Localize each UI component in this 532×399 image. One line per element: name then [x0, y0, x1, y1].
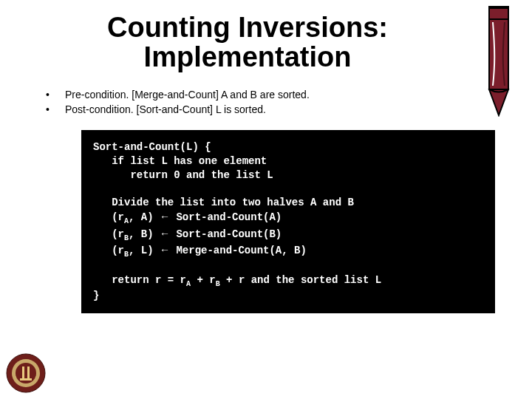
- code-frag: (r: [93, 211, 124, 223]
- code-line: Divide the list into two halves A and B: [93, 197, 354, 208]
- code-frag: Merge-and-Count(A, B): [170, 245, 307, 256]
- code-frag: (r: [93, 245, 124, 256]
- bullet-prefix: Pre-condition.: [65, 89, 132, 100]
- bullet-bracket: [Sort-and-Count]: [137, 103, 214, 115]
- code-line: Sort-and-Count(L) {: [93, 141, 211, 153]
- svg-rect-7: [22, 366, 24, 380]
- slide-title: Counting Inversions: Implementation: [66, 13, 429, 72]
- code-frag: , B): [129, 228, 160, 240]
- bullet-suffix: A and B are sorted.: [219, 89, 310, 100]
- bullet-dot: •: [44, 89, 65, 100]
- code-frag: Sort-and-Count(B): [170, 228, 282, 240]
- slide: Counting Inversions: Implementation • Pr…: [0, 0, 532, 399]
- code-block: Sort-and-Count(L) { if list L has one el…: [81, 130, 495, 313]
- svg-marker-2: [489, 89, 508, 115]
- left-arrow-icon: ←: [160, 211, 170, 222]
- code-frag: + r and the sorted list L: [220, 274, 381, 286]
- bullet-item: • Post-condition. [Sort-and-Count] L is …: [44, 103, 510, 115]
- university-seal-icon: [6, 353, 46, 393]
- svg-rect-1: [489, 19, 508, 89]
- code-frag: , A): [129, 211, 160, 223]
- bullet-item: • Pre-condition. [Merge-and-Count] A and…: [44, 89, 510, 100]
- bullet-prefix: Post-condition.: [65, 103, 137, 115]
- title-line-1: Counting Inversions:: [107, 12, 388, 43]
- code-line: if list L has one element: [93, 155, 267, 167]
- svg-rect-9: [20, 378, 32, 381]
- code-frag: Sort-and-Count(A): [170, 211, 282, 223]
- left-arrow-icon: ←: [160, 228, 170, 239]
- bullet-text: Post-condition. [Sort-and-Count] L is so…: [65, 103, 510, 115]
- code-frag: + r: [191, 274, 216, 286]
- bullet-list: • Pre-condition. [Merge-and-Count] A and…: [44, 89, 510, 115]
- bullet-dot: •: [44, 103, 65, 115]
- svg-rect-8: [27, 366, 30, 380]
- code-frag: , L): [129, 245, 160, 256]
- title-line-2: Implementation: [144, 41, 352, 72]
- left-arrow-icon: ←: [160, 244, 170, 256]
- code-line: }: [93, 290, 99, 301]
- bullet-bracket: [Merge-and-Count]: [132, 89, 219, 100]
- bullet-text: Pre-condition. [Merge-and-Count] A and B…: [65, 89, 510, 100]
- code-frag: return r = r: [93, 274, 186, 286]
- svg-rect-3: [489, 6, 508, 9]
- code-line: return 0 and the list L: [93, 169, 273, 181]
- crayon-decoration: [480, 6, 517, 117]
- code-frag: (r: [93, 228, 124, 240]
- bullet-suffix: L is sorted.: [213, 103, 266, 115]
